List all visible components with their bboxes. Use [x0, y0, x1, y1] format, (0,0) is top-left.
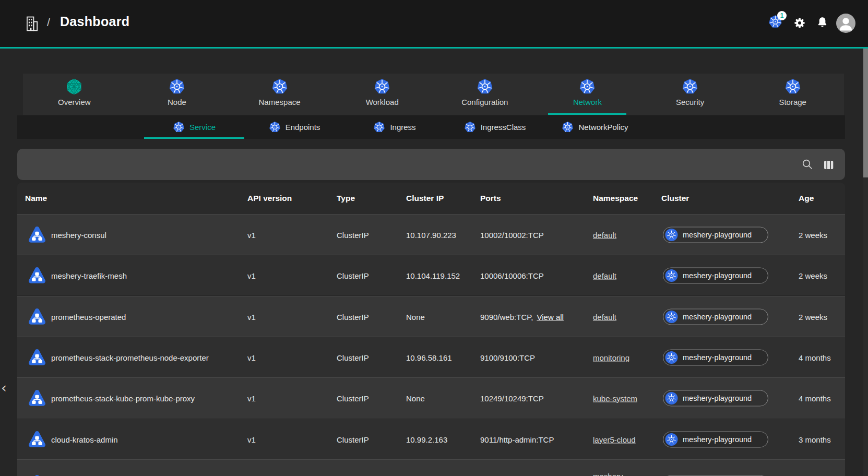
table-row[interactable]: meshery meshery-playground	[17, 459, 845, 476]
cell-type: ClusterIP	[337, 435, 369, 444]
cluster-chip[interactable]: meshery-playground	[663, 390, 768, 406]
app-header: / Dashboard 1	[0, 0, 868, 47]
notifications-bell-icon[interactable]	[816, 16, 829, 31]
cell-cluster-ip: None	[406, 394, 425, 402]
scrollbar-thumb[interactable]	[863, 49, 868, 177]
cell-age: 4 months	[799, 353, 831, 362]
namespace-link[interactable]: kube-system	[593, 394, 637, 402]
cell-name: meshery-consul	[51, 230, 106, 239]
cell-age: 3 months	[799, 435, 831, 444]
table-row[interactable]: prometheus-operated v1 ClusterIP None 90…	[17, 296, 845, 337]
scrollbar[interactable]	[863, 49, 868, 476]
col-cluster[interactable]: Cluster	[661, 194, 689, 203]
resource-tabs: Overview Node Namespace Workload Configu…	[23, 74, 844, 115]
cell-age: 2 weeks	[799, 230, 827, 239]
cell-type: ClusterIP	[337, 312, 369, 321]
view-all-link[interactable]: View all	[537, 312, 563, 321]
col-name[interactable]: Name	[25, 194, 47, 203]
cell-api: v1	[247, 394, 256, 402]
cell-cluster-ip: 10.99.2.163	[406, 435, 447, 444]
subtab-endpoints[interactable]: Endpoints	[244, 115, 344, 139]
col-namespace[interactable]: Namespace	[593, 194, 638, 203]
header-accent-line	[0, 47, 868, 49]
cluster-chip[interactable]: meshery-playground	[663, 431, 768, 447]
cell-api: v1	[247, 230, 256, 239]
service-icon	[27, 473, 47, 476]
col-type[interactable]: Type	[337, 194, 355, 203]
namespace-link[interactable]: default	[593, 230, 616, 239]
cell-api: v1	[247, 312, 256, 321]
namespace-link[interactable]: meshery	[593, 471, 623, 476]
kubernetes-icon	[665, 351, 678, 364]
table-row[interactable]: meshery-traefik-mesh v1 ClusterIP 10.104…	[17, 255, 845, 295]
subtab-ingress[interactable]: Ingress	[344, 115, 445, 139]
cell-age: 2 weeks	[799, 271, 827, 280]
subtab-service[interactable]: Service	[144, 115, 244, 139]
service-icon	[27, 224, 47, 245]
kubernetes-icon	[665, 310, 678, 323]
kubernetes-icon	[434, 77, 537, 96]
settings-gear-icon[interactable]	[793, 17, 806, 31]
cell-name: meshery-traefik-mesh	[51, 271, 127, 280]
cell-type: ClusterIP	[337, 271, 369, 280]
tab-configuration[interactable]: Configuration	[434, 74, 537, 115]
tab-storage[interactable]: Storage	[741, 74, 844, 115]
tab-node[interactable]: Node	[126, 74, 229, 115]
cell-name: prometheus-operated	[51, 312, 126, 321]
meshery-logo-icon	[23, 77, 126, 96]
kubernetes-icon	[373, 121, 385, 133]
cell-age: 2 weeks	[799, 312, 827, 321]
table-row[interactable]: meshery-consul v1 ClusterIP 10.107.90.22…	[17, 214, 845, 255]
collapse-drawer-chevron[interactable]: ‹	[1, 380, 7, 395]
table-row[interactable]: cloud-kratos-admin v1 ClusterIP 10.99.2.…	[17, 419, 845, 459]
kubernetes-icon	[173, 121, 185, 133]
kubernetes-icon	[665, 433, 678, 446]
user-avatar[interactable]	[836, 14, 855, 33]
search-icon[interactable]	[801, 158, 814, 173]
cluster-chip[interactable]: meshery-playground	[663, 267, 768, 283]
subtab-networkpolicy[interactable]: NetworkPolicy	[545, 115, 645, 139]
cluster-chip[interactable]: meshery-playground	[663, 349, 768, 365]
namespace-link[interactable]: layer5-cloud	[593, 435, 636, 444]
namespace-link[interactable]: monitoring	[593, 353, 629, 362]
cell-type: ClusterIP	[337, 230, 369, 239]
cell-cluster-ip: 10.96.58.161	[406, 353, 452, 362]
service-icon	[27, 388, 47, 409]
kubernetes-icon	[562, 121, 574, 133]
col-api-version[interactable]: API version	[247, 194, 292, 203]
subtab-ingressclass[interactable]: IngressClass	[445, 115, 545, 139]
col-age[interactable]: Age	[799, 194, 814, 203]
cell-ports: 10249/10249:TCP	[480, 394, 544, 402]
kubernetes-icon	[741, 77, 844, 96]
cluster-chip[interactable]: meshery-playground	[663, 227, 768, 243]
table-toolbar	[17, 149, 845, 180]
tab-namespace[interactable]: Namespace	[228, 74, 331, 115]
table-row[interactable]: prometheus-stack-prometheus-node-exporte…	[17, 337, 845, 377]
cell-ports: 9100/9100:TCP	[480, 353, 535, 362]
col-cluster-ip[interactable]: Cluster IP	[406, 194, 444, 203]
kubernetes-icon	[464, 121, 476, 133]
cell-type: ClusterIP	[337, 394, 369, 402]
tab-overview[interactable]: Overview	[23, 74, 126, 115]
building-icon[interactable]	[24, 15, 40, 34]
cell-ports: 10002/10002:TCP	[480, 230, 544, 239]
view-columns-icon[interactable]	[823, 159, 835, 173]
table-header-row: Name API version Type Cluster IP Ports N…	[17, 183, 845, 214]
cell-cluster-ip: None	[406, 312, 425, 321]
cell-age: 4 months	[799, 394, 831, 402]
kubernetes-icon	[665, 228, 678, 241]
col-ports[interactable]: Ports	[480, 194, 501, 203]
tab-network[interactable]: Network	[536, 74, 639, 115]
tab-security[interactable]: Security	[639, 74, 742, 115]
kubernetes-icon	[665, 391, 678, 404]
service-icon	[27, 265, 47, 286]
tab-workload[interactable]: Workload	[331, 74, 434, 115]
table-row[interactable]: prometheus-stack-kube-prom-kube-proxy v1…	[17, 377, 845, 418]
cluster-chip[interactable]: meshery-playground	[663, 308, 768, 325]
namespace-link[interactable]: default	[593, 271, 616, 280]
namespace-link[interactable]: default	[593, 312, 616, 321]
cell-api: v1	[247, 271, 256, 280]
cell-name: prometheus-stack-prometheus-node-exporte…	[51, 353, 209, 362]
cell-cluster-ip: 10.107.90.223	[406, 230, 456, 239]
cell-ports: 10006/10006:TCP	[480, 271, 544, 280]
